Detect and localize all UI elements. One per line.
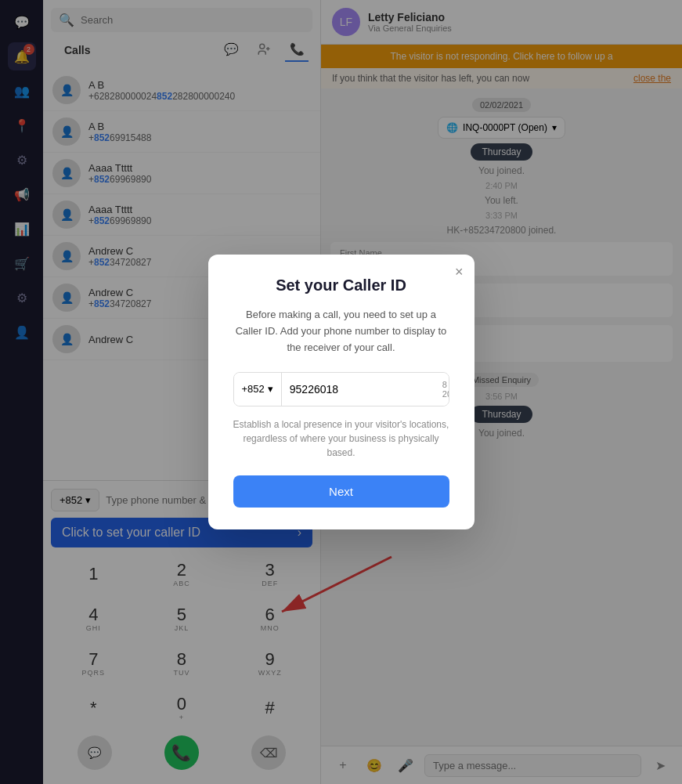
char-count-label: 8 / 20	[435, 373, 449, 406]
modal-input-row: +852 ▾ 8 / 20	[233, 372, 449, 406]
caller-id-modal: × Set your Caller ID Before making a cal…	[208, 255, 475, 529]
next-button[interactable]: Next	[233, 475, 449, 508]
modal-overlay[interactable]: × Set your Caller ID Before making a cal…	[0, 0, 682, 784]
modal-title: Set your Caller ID	[233, 276, 449, 294]
modal-country-code-label: +852	[242, 383, 265, 395]
modal-phone-input[interactable]	[282, 373, 435, 406]
modal-close-button[interactable]: ×	[455, 264, 464, 280]
modal-hint: Establish a local presence in your visit…	[233, 417, 449, 460]
modal-description: Before making a call, you need to set up…	[233, 307, 449, 356]
chevron-down-icon: ▾	[268, 383, 273, 395]
modal-country-code[interactable]: +852 ▾	[234, 373, 282, 406]
